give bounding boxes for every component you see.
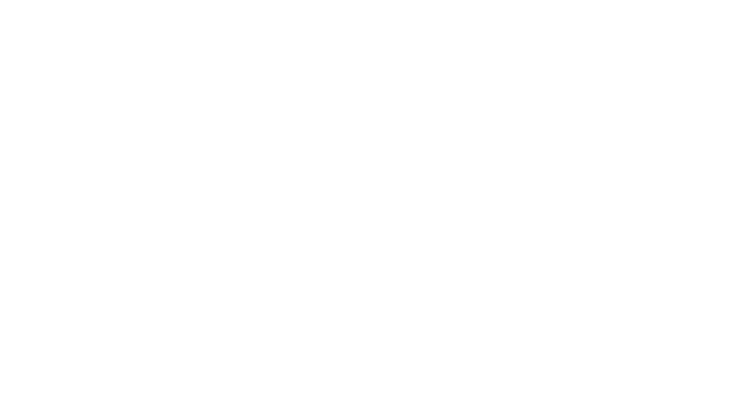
scene <box>0 0 750 400</box>
